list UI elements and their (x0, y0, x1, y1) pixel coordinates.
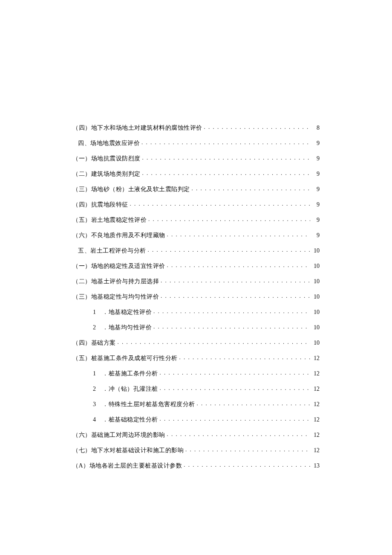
toc-entry: （二）地基土评价与持力层选择 10 (72, 277, 320, 285)
toc-page-number: 9 (312, 232, 320, 238)
toc-page-number: 12 (312, 447, 320, 453)
toc-leader (185, 446, 310, 452)
toc-leader (148, 216, 310, 222)
toc-label: （二）地基土评价与持力层选择 (72, 279, 159, 285)
toc-page-number: 10 (312, 309, 320, 315)
toc-entry: 4 ．桩基础稳定性分析 12 (72, 416, 320, 423)
toc-page: （四）地下水和场地土对建筑材料的腐蚀性评价 8 四、场地地震效应评价 9 （一）… (0, 0, 392, 469)
toc-entry: 3 ．特殊性土层对桩基危害程度分析 12 (72, 400, 320, 407)
toc-label: 1 ．桩基施工条件分析 (93, 371, 158, 377)
toc-label: （一）场地的稳定性及适宜性评价 (72, 263, 165, 269)
toc-page-number: 10 (312, 279, 320, 285)
toc-label: 3 ．特殊性土层对桩基危害程度分析 (93, 401, 195, 407)
toc-label: （四）地下水和场地土对建筑材料的腐蚀性评价 (72, 125, 202, 131)
toc-label: 1 ．地基稳定性评价 (93, 309, 152, 315)
toc-page-number: 9 (312, 156, 320, 162)
toc-leader (167, 231, 311, 237)
toc-leader (148, 247, 311, 253)
toc-label: （一）场地抗震设防烈度 (72, 156, 141, 162)
toc-page-number: 8 (312, 125, 320, 131)
toc-entry: （一）场地的稳定性及适宜性评价 10 (72, 262, 320, 269)
toc-entry: 1 ．地基稳定性评价 10 (72, 308, 320, 315)
toc-entry: （二）建筑场地类别判定 9 (72, 170, 320, 177)
toc-page-number: 9 (312, 217, 320, 223)
toc-page-number: 10 (312, 325, 320, 331)
toc-label: （五）桩基施工条件及成桩可行性分析 (72, 355, 178, 361)
toc-label: 4 ．桩基础稳定性分析 (93, 417, 158, 423)
toc-entry: （A）场地各岩土层的主要桩基设计参数 13 (72, 462, 320, 469)
toc-entry: 2 ．冲（钻）孔灌注桩 12 (72, 385, 320, 392)
toc-label: （四）抗震地段特征 (72, 202, 128, 208)
toc-leader (160, 369, 311, 375)
toc-entry: （四）抗震地段特征 9 (72, 200, 320, 208)
toc-label: （三）地基稳定性与均匀性评价 (72, 294, 159, 300)
toc-page-number: 12 (312, 355, 320, 361)
toc-leader (192, 185, 311, 191)
toc-page-number: 10 (312, 294, 320, 300)
toc-leader (160, 385, 311, 391)
toc-entry: （四）基础方案 10 (72, 339, 320, 346)
toc-leader (142, 154, 311, 160)
toc-page-number: 9 (312, 186, 320, 192)
toc-leader (184, 462, 310, 468)
toc-page-number: 13 (312, 463, 320, 469)
toc-entry: （三）场地砂（粉）土液化及软土震陷判定 9 (72, 185, 320, 192)
toc-entry: （六）基础施工对周边环境的影响 12 (72, 431, 320, 438)
toc-leader (167, 431, 311, 437)
toc-page-number: 9 (312, 202, 320, 208)
toc-entry: （七）地下水对桩基础设计和施工的影响 12 (72, 446, 320, 453)
toc-leader (118, 339, 311, 345)
toc-leader (141, 139, 310, 145)
toc-leader (161, 293, 310, 299)
toc-label: 2 ．地基均匀性评价 (93, 325, 152, 331)
toc-entry: 1 ．桩基施工条件分析 12 (72, 369, 320, 377)
toc-entry: 五、岩土工程评价与分析 10 (72, 247, 320, 254)
toc-leader (160, 416, 311, 421)
toc-label: 四、场地地震效应评价 (78, 140, 140, 146)
toc-leader (197, 400, 311, 406)
toc-label: （三）场地砂（粉）土液化及软土震陷判定 (72, 186, 190, 192)
toc-entry: （四）地下水和场地土对建筑材料的腐蚀性评价 8 (72, 124, 320, 131)
toc-page-number: 10 (312, 248, 320, 254)
toc-label: 2 ．冲（钻）孔灌注桩 (93, 386, 158, 392)
toc-entry: （五）岩土地震稳定性评价 9 (72, 216, 320, 223)
toc-leader (153, 308, 310, 314)
toc-leader (130, 200, 311, 206)
toc-page-number: 10 (312, 340, 320, 346)
toc-entry: （六）不良地质作用及不利埋藏物 9 (72, 231, 320, 238)
toc-label: （五）岩土地震稳定性评价 (72, 217, 147, 223)
toc-page-number: 12 (312, 432, 320, 438)
toc-label: （A）场地各岩土层的主要桩基设计参数 (72, 463, 182, 469)
toc-page-number: 12 (312, 417, 320, 423)
toc-entry: （一）场地抗震设防烈度 9 (72, 154, 320, 162)
toc-page-number: 12 (312, 371, 320, 377)
toc-label: （六）基础施工对周边环境的影响 (72, 432, 165, 438)
toc-entry: （三）地基稳定性与均匀性评价 10 (72, 293, 320, 300)
toc-label: （四）基础方案 (72, 340, 116, 346)
toc-leader (179, 354, 311, 360)
toc-page-number: 10 (312, 263, 320, 269)
toc-leader (153, 323, 310, 329)
toc-entry: 2 ．地基均匀性评价 10 (72, 323, 320, 331)
toc-label: 五、岩土工程评价与分析 (78, 248, 146, 254)
toc-entry: 四、场地地震效应评价 9 (72, 139, 320, 146)
toc-page-number: 12 (312, 401, 320, 407)
toc-page-number: 9 (312, 140, 320, 146)
toc-leader (204, 124, 311, 130)
toc-label: （六）不良地质作用及不利埋藏物 (72, 232, 165, 238)
toc-leader (167, 262, 311, 268)
toc-entry: （五）桩基施工条件及成桩可行性分析 12 (72, 354, 320, 361)
toc-leader (142, 170, 311, 176)
toc-page-number: 9 (312, 171, 320, 177)
toc-label: （七）地下水对桩基础设计和施工的影响 (72, 447, 184, 453)
toc-page-number: 12 (312, 386, 320, 392)
toc-label: （二）建筑场地类别判定 (72, 171, 141, 177)
toc-leader (161, 277, 310, 283)
